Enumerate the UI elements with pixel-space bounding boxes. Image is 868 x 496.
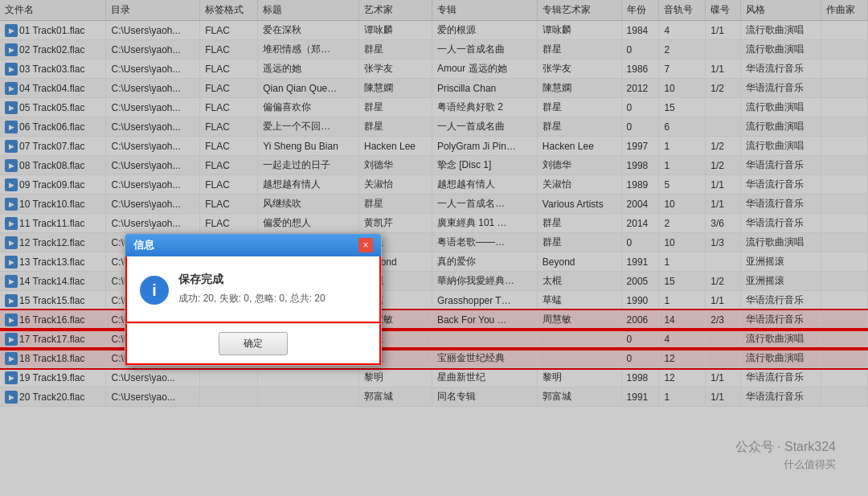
- dialog-close-button[interactable]: ×: [358, 238, 373, 252]
- modal-overlay: 信息 × i 保存完成 成功: 20, 失败: 0, 忽略: 0, 总共: 20…: [0, 0, 868, 496]
- info-dialog: 信息 × i 保存完成 成功: 20, 失败: 0, 忽略: 0, 总共: 20…: [125, 233, 382, 366]
- dialog-content: 保存完成 成功: 20, 失败: 0, 忽略: 0, 总共: 20: [178, 273, 366, 305]
- info-icon: i: [140, 276, 169, 305]
- dialog-ok-button[interactable]: 确定: [219, 332, 288, 355]
- dialog-detail-text: 成功: 20, 失败: 0, 忽略: 0, 总共: 20: [178, 292, 366, 305]
- dialog-title: 信息: [133, 238, 154, 252]
- dialog-main-text: 保存完成: [178, 273, 366, 287]
- dialog-titlebar: 信息 ×: [125, 234, 381, 256]
- dialog-footer: 确定: [125, 323, 381, 365]
- dialog-body: i 保存完成 成功: 20, 失败: 0, 忽略: 0, 总共: 20: [125, 256, 381, 323]
